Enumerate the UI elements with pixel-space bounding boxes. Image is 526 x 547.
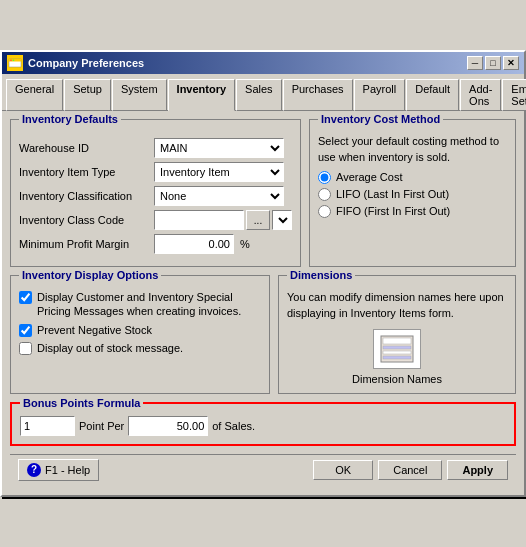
warehouse-control: MAIN: [154, 138, 292, 158]
close-button[interactable]: ✕: [503, 56, 519, 70]
tab-bar: General Setup System Inventory Sales Pur…: [2, 74, 524, 111]
svg-rect-7: [383, 351, 411, 354]
footer-left: ? F1 - Help: [18, 459, 99, 481]
warehouse-select[interactable]: MAIN: [154, 138, 284, 158]
class-code-dropdown[interactable]: ▼: [272, 210, 292, 230]
class-code-input[interactable]: [154, 210, 244, 230]
dimension-names-label: Dimension Names: [352, 373, 442, 385]
tab-addons[interactable]: Add-Ons: [460, 79, 501, 111]
point-per-label: Point Per: [79, 420, 124, 432]
classification-select[interactable]: None: [154, 186, 284, 206]
apply-button[interactable]: Apply: [447, 460, 508, 480]
tab-sales[interactable]: Sales: [236, 79, 282, 111]
maximize-button[interactable]: □: [485, 56, 501, 70]
warehouse-row: Warehouse ID MAIN: [19, 138, 292, 158]
out-of-stock-row: Display out of stock message.: [19, 341, 261, 355]
cost-fifo-radio[interactable]: [318, 205, 331, 218]
cost-fifo-row: FIFO (First In First Out): [318, 205, 507, 218]
out-of-stock-label: Display out of stock message.: [37, 341, 183, 355]
bonus-per-value-input[interactable]: [128, 416, 208, 436]
title-bar: Company Preferences ─ □ ✕: [2, 52, 524, 74]
dim-icon-wrapper: Dimension Names: [287, 329, 507, 385]
dimensions-panel: Dimensions You can modify dimension name…: [278, 275, 516, 394]
window-title: Company Preferences: [28, 57, 144, 69]
of-sales-label: of Sales.: [212, 420, 255, 432]
cost-fifo-label: FIFO (First In First Out): [336, 205, 450, 217]
inventory-defaults-panel: Inventory Defaults Warehouse ID MAIN Inv…: [10, 119, 301, 267]
special-pricing-label: Display Customer and Inventory Special P…: [37, 290, 261, 319]
special-pricing-row: Display Customer and Inventory Special P…: [19, 290, 261, 319]
dimensions-title: Dimensions: [287, 269, 355, 281]
item-type-select[interactable]: Inventory Item: [154, 162, 284, 182]
title-bar-left: Company Preferences: [7, 55, 144, 71]
minimize-button[interactable]: ─: [467, 56, 483, 70]
profit-margin-input[interactable]: [154, 234, 234, 254]
prevent-negative-row: Prevent Negative Stock: [19, 323, 261, 337]
svg-point-2: [10, 60, 12, 62]
inventory-defaults-title: Inventory Defaults: [19, 113, 121, 125]
footer-right: OK Cancel Apply: [313, 460, 508, 480]
item-type-row: Inventory Item Type Inventory Item: [19, 162, 292, 182]
window-icon: [7, 55, 23, 71]
content-area: Inventory Defaults Warehouse ID MAIN Inv…: [2, 111, 524, 495]
class-code-browse-button[interactable]: ...: [246, 210, 270, 230]
main-window: Company Preferences ─ □ ✕ General Setup …: [0, 50, 526, 497]
middle-row: Inventory Display Options Display Custom…: [10, 275, 516, 394]
cost-lifo-label: LIFO (Last In First Out): [336, 188, 449, 200]
dimension-names-button[interactable]: [373, 329, 421, 369]
cost-method-title: Inventory Cost Method: [318, 113, 443, 125]
class-code-row: Inventory Class Code ... ▼: [19, 210, 292, 230]
bonus-points-panel: Bonus Points Formula Point Per of Sales.: [10, 402, 516, 446]
footer: ? F1 - Help OK Cancel Apply: [10, 454, 516, 487]
tab-inventory[interactable]: Inventory: [168, 79, 236, 111]
classification-label: Inventory Classification: [19, 190, 154, 202]
warehouse-label: Warehouse ID: [19, 142, 154, 154]
cost-method-description: Select your default costing method to us…: [318, 134, 507, 165]
class-code-label: Inventory Class Code: [19, 214, 154, 226]
cost-method-panel: Inventory Cost Method Select your defaul…: [309, 119, 516, 267]
tab-default[interactable]: Default: [406, 79, 459, 111]
profit-margin-row: Minimum Profit Margin %: [19, 234, 292, 254]
classification-row: Inventory Classification None: [19, 186, 292, 206]
help-button-label: F1 - Help: [45, 464, 90, 476]
svg-point-3: [13, 60, 15, 62]
svg-rect-8: [383, 356, 411, 359]
tab-emailsetup[interactable]: Email Setup: [502, 79, 526, 111]
out-of-stock-checkbox[interactable]: [19, 342, 32, 355]
cost-avg-radio[interactable]: [318, 171, 331, 184]
help-button[interactable]: ? F1 - Help: [18, 459, 99, 481]
item-type-label: Inventory Item Type: [19, 166, 154, 178]
tab-general[interactable]: General: [6, 79, 63, 111]
display-options-title: Inventory Display Options: [19, 269, 161, 281]
tab-purchases[interactable]: Purchases: [283, 79, 353, 111]
ok-button[interactable]: OK: [313, 460, 373, 480]
prevent-negative-label: Prevent Negative Stock: [37, 323, 152, 337]
tab-system[interactable]: System: [112, 79, 167, 111]
svg-rect-6: [383, 346, 411, 349]
class-code-control: ... ▼: [154, 210, 292, 230]
tab-setup[interactable]: Setup: [64, 79, 111, 111]
help-icon: ?: [27, 463, 41, 477]
svg-rect-5: [383, 338, 411, 344]
special-pricing-checkbox[interactable]: [19, 291, 32, 304]
classification-control: None: [154, 186, 292, 206]
display-options-panel: Inventory Display Options Display Custom…: [10, 275, 270, 394]
cost-avg-row: Average Cost: [318, 171, 507, 184]
tab-payroll[interactable]: Payroll: [354, 79, 406, 111]
bonus-row: Point Per of Sales.: [20, 416, 506, 436]
cost-lifo-row: LIFO (Last In First Out): [318, 188, 507, 201]
bonus-point-value-input[interactable]: [20, 416, 75, 436]
cancel-button[interactable]: Cancel: [378, 460, 442, 480]
profit-margin-label: Minimum Profit Margin: [19, 238, 154, 250]
profit-margin-control: %: [154, 234, 292, 254]
percent-label: %: [240, 238, 250, 250]
cost-lifo-radio[interactable]: [318, 188, 331, 201]
cost-avg-label: Average Cost: [336, 171, 402, 183]
dimensions-description: You can modify dimension names here upon…: [287, 290, 507, 321]
bonus-points-title: Bonus Points Formula: [20, 397, 143, 409]
item-type-control: Inventory Item: [154, 162, 292, 182]
prevent-negative-checkbox[interactable]: [19, 324, 32, 337]
title-buttons: ─ □ ✕: [467, 56, 519, 70]
top-row: Inventory Defaults Warehouse ID MAIN Inv…: [10, 119, 516, 267]
